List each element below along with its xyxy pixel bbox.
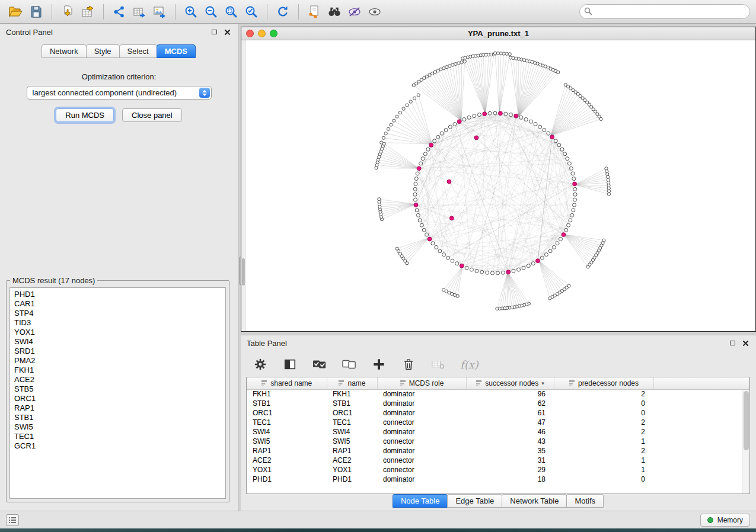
table-panel-title: Table Panel [247, 339, 724, 348]
mcds-result-item[interactable]: STB1 [14, 413, 221, 422]
show-graphics-details-icon[interactable] [365, 2, 385, 21]
mcds-result-item[interactable]: YOX1 [14, 328, 221, 337]
table-row[interactable]: SWI4SWI4dominator462 [247, 427, 749, 437]
apply-function-icon[interactable]: f(x) [460, 358, 479, 371]
table-row[interactable]: SWI5SWI5connector431 [247, 437, 749, 446]
memory-button[interactable]: Memory [700, 514, 750, 527]
column-header-shared-name[interactable]: shared name [247, 377, 327, 389]
mcds-result-item[interactable]: FKH1 [14, 366, 221, 375]
search-network-icon[interactable] [324, 2, 344, 21]
settings-gear-icon[interactable] [253, 357, 268, 372]
table-scrollbar[interactable] [742, 390, 749, 493]
toolbar-separator [52, 4, 52, 20]
mcds-result-item[interactable]: STB5 [14, 384, 221, 394]
export-network-icon[interactable] [109, 2, 129, 21]
mcds-result-item[interactable]: TEC1 [14, 432, 221, 441]
table-row[interactable]: FKH1FKH1dominator962 [247, 389, 749, 399]
tab-network[interactable]: Network [42, 44, 87, 58]
cell-successors: 35 [466, 446, 554, 456]
mcds-result-item[interactable]: CAR1 [14, 299, 221, 309]
cell-successors: 43 [466, 437, 554, 446]
column-header-predecessor-nodes[interactable]: predecessor nodes [554, 377, 653, 389]
refresh-view-icon[interactable] [273, 2, 293, 21]
cell-shared: YOX1 [247, 465, 327, 475]
column-header-successor-nodes[interactable]: successor nodes ▾ [466, 377, 554, 389]
copy-network-icon[interactable] [304, 2, 324, 21]
delete-table-icon[interactable] [430, 357, 446, 372]
column-header-name[interactable]: name [327, 377, 377, 389]
mcds-result-item[interactable]: RAP1 [14, 403, 221, 413]
cell-successors: 29 [466, 465, 554, 475]
run-mcds-button[interactable]: Run MCDS [56, 108, 114, 122]
zoom-in-icon[interactable] [181, 2, 201, 21]
toolbar-separator [267, 4, 267, 20]
network-scrollbar[interactable] [241, 40, 245, 331]
deselect-all-rows-icon[interactable] [342, 357, 357, 372]
network-titlebar[interactable]: YPA_prune.txt_1 [241, 27, 755, 40]
tab-node-table[interactable]: Node Table [393, 494, 448, 508]
save-session-icon[interactable] [26, 2, 46, 21]
table-row[interactable]: ORC1ORC1dominator610 [247, 408, 749, 418]
open-file-icon[interactable] [6, 2, 26, 21]
table-row[interactable]: ACE2ACE2connector311 [247, 456, 749, 465]
mcds-result-list[interactable]: PHD1CAR1STP4TID3YOX1SWI4SRD1PMA2FKH1ACE2… [9, 287, 226, 499]
mcds-result-item[interactable]: GCR1 [14, 441, 221, 451]
export-image-icon[interactable] [149, 2, 170, 21]
export-table-icon[interactable] [129, 2, 149, 21]
mcds-result-item[interactable]: STP4 [14, 309, 221, 318]
add-column-icon[interactable] [371, 357, 387, 372]
zoom-out-icon[interactable] [201, 2, 221, 21]
mcds-result-item[interactable]: PMA2 [14, 356, 221, 366]
table-scrollbar-thumb[interactable] [744, 391, 749, 450]
cell-name: ACE2 [327, 456, 377, 465]
optimization-criterion-label: Optimization criterion: [0, 72, 238, 81]
select-all-rows-icon[interactable] [312, 357, 327, 372]
cell-name: STB1 [327, 399, 377, 408]
mcds-result-item[interactable]: PHD1 [14, 290, 221, 299]
tab-mcds[interactable]: MCDS [157, 44, 196, 58]
table-panel-tabs: Node Table Edge Table Network Table Moti… [241, 494, 756, 508]
cell-shared: FKH1 [247, 389, 327, 399]
import-network-from-file-icon[interactable] [58, 2, 78, 21]
hide-graphics-details-icon[interactable] [344, 2, 365, 21]
table-row[interactable]: RAP1RAP1dominator352 [247, 446, 749, 456]
table-row[interactable]: PHD1PHD1dominator180 [247, 475, 749, 484]
cell-role: dominator [377, 446, 466, 456]
close-panel-button[interactable]: Close panel [122, 108, 182, 122]
tab-style[interactable]: Style [86, 44, 120, 58]
cell-shared: ACE2 [247, 456, 327, 465]
tab-edge-table[interactable]: Edge Table [447, 494, 502, 508]
cell-predecessors: 2 [554, 418, 653, 427]
zoom-selected-icon[interactable] [241, 2, 261, 21]
chevron-down-icon[interactable]: ▾ [541, 380, 544, 386]
close-panel-icon[interactable] [222, 27, 232, 37]
status-bar: Memory [0, 511, 756, 528]
criterion-dropdown[interactable]: largest connected component (undirected) [27, 86, 212, 100]
column-header-mcds-role[interactable]: MCDS role [377, 377, 466, 389]
network-canvas[interactable] [241, 40, 755, 331]
import-table-from-file-icon[interactable] [78, 2, 98, 21]
table-row[interactable]: TEC1TEC1connector472 [247, 418, 749, 427]
mcds-result-item[interactable]: ACE2 [14, 375, 221, 384]
mcds-result-item[interactable]: TID3 [14, 318, 221, 328]
tab-motifs[interactable]: Motifs [566, 494, 604, 508]
mcds-result-item[interactable]: ORC1 [14, 394, 221, 403]
toolbar-separator [175, 4, 176, 20]
task-history-icon[interactable] [6, 514, 19, 526]
cell-successors: 47 [466, 418, 554, 427]
tab-select[interactable]: Select [119, 44, 157, 58]
network-scrollbar-thumb[interactable] [242, 258, 245, 286]
mcds-result-item[interactable]: SRD1 [14, 347, 221, 356]
show-columns-icon[interactable] [282, 357, 298, 372]
mcds-result-item[interactable]: SWI4 [14, 337, 221, 347]
table-row[interactable]: STB1STB1dominator620 [247, 399, 749, 408]
close-table-panel-icon[interactable] [741, 338, 750, 348]
tab-network-table[interactable]: Network Table [502, 494, 567, 508]
table-row[interactable]: YOX1YOX1connector291 [247, 465, 749, 475]
float-panel-icon[interactable] [209, 27, 219, 37]
search-input[interactable] [579, 4, 750, 19]
delete-columns-icon[interactable] [401, 357, 416, 372]
zoom-fit-icon[interactable] [221, 2, 241, 21]
mcds-result-item[interactable]: SWI5 [14, 422, 221, 432]
float-table-panel-icon[interactable] [728, 338, 737, 348]
